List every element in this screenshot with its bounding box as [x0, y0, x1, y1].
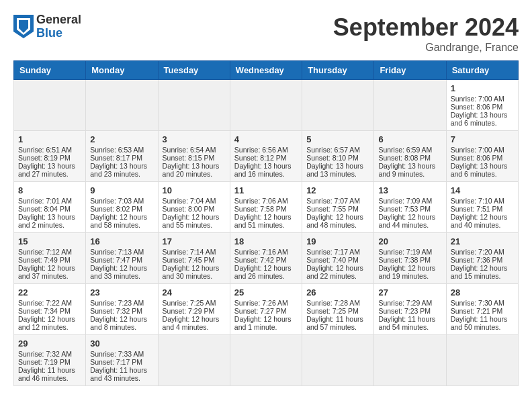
day-number: 25 [234, 287, 298, 298]
daylight-text: Daylight: 13 hours and 6 minutes. [451, 162, 508, 178]
calendar-cell: 29Sunrise: 7:32 AMSunset: 7:19 PMDayligh… [14, 335, 86, 386]
sunset-text: Sunset: 8:02 PM [90, 205, 142, 213]
title-section: September 2024 Gandrange, France [333, 13, 519, 54]
day-number: 28 [451, 287, 514, 298]
sunset-text: Sunset: 7:51 PM [451, 205, 503, 213]
calendar-cell [86, 80, 158, 131]
calendar-cell [158, 335, 230, 386]
calendar-cell [446, 335, 518, 386]
month-title: September 2024 [333, 13, 519, 42]
calendar-cell: 17Sunrise: 7:14 AMSunset: 7:45 PMDayligh… [158, 233, 230, 284]
sunrise-text: Sunrise: 7:10 AM [451, 197, 504, 205]
calendar-cell: 1Sunrise: 7:00 AMSunset: 8:06 PMDaylight… [446, 80, 518, 131]
daylight-text: Daylight: 11 hours and 43 minutes. [90, 366, 147, 382]
calendar-week-1: 1Sunrise: 7:00 AMSunset: 8:06 PMDaylight… [14, 80, 519, 131]
daylight-text: Daylight: 12 hours and 58 minutes. [90, 213, 147, 229]
day-number: 26 [306, 287, 369, 298]
calendar-cell: 30Sunrise: 7:33 AMSunset: 7:17 PMDayligh… [86, 335, 158, 386]
calendar-cell: 22Sunrise: 7:22 AMSunset: 7:34 PMDayligh… [14, 284, 86, 335]
day-number: 3 [163, 134, 226, 144]
sunrise-text: Sunrise: 7:13 AM [90, 248, 144, 256]
daylight-text: Daylight: 13 hours and 16 minutes. [234, 162, 292, 178]
sunset-text: Sunset: 7:21 PM [451, 307, 503, 315]
sunset-text: Sunset: 8:15 PM [163, 154, 215, 162]
sunrise-text: Sunrise: 6:54 AM [163, 146, 216, 154]
sunrise-text: Sunrise: 7:14 AM [163, 248, 216, 256]
sunrise-text: Sunrise: 7:28 AM [306, 299, 360, 307]
sunrise-text: Sunrise: 7:23 AM [90, 299, 144, 307]
sunrise-text: Sunrise: 7:03 AM [90, 197, 144, 205]
day-number: 16 [90, 236, 153, 246]
day-number: 19 [306, 236, 369, 246]
column-header-wednesday: Wednesday [230, 61, 302, 80]
page-header: General Blue September 2024 Gandrange, F… [13, 13, 519, 54]
calendar-cell [158, 80, 230, 131]
daylight-text: Daylight: 12 hours and 55 minutes. [163, 213, 220, 229]
sunset-text: Sunset: 7:42 PM [234, 256, 287, 264]
daylight-text: Daylight: 12 hours and 12 minutes. [18, 315, 75, 331]
calendar-cell: 26Sunrise: 7:28 AMSunset: 7:25 PMDayligh… [302, 284, 374, 335]
daylight-text: Daylight: 12 hours and 22 minutes. [306, 264, 363, 280]
sunset-text: Sunset: 7:45 PM [163, 256, 215, 264]
sunset-text: Sunset: 7:23 PM [378, 307, 431, 315]
sunrise-text: Sunrise: 7:01 AM [18, 197, 72, 205]
sunrise-text: Sunrise: 7:25 AM [163, 299, 216, 307]
calendar-cell: 27Sunrise: 7:29 AMSunset: 7:23 PMDayligh… [374, 284, 446, 335]
calendar-cell: 18Sunrise: 7:16 AMSunset: 7:42 PMDayligh… [230, 233, 302, 284]
sunset-text: Sunset: 7:47 PM [90, 256, 142, 264]
logo: General Blue [13, 13, 81, 40]
column-header-saturday: Saturday [446, 61, 518, 80]
calendar-cell [230, 80, 302, 131]
day-number: 5 [306, 134, 369, 144]
daylight-text: Daylight: 12 hours and 51 minutes. [234, 213, 292, 229]
calendar-cell: 4Sunrise: 6:56 AMSunset: 8:12 PMDaylight… [230, 131, 302, 182]
day-number: 30 [90, 338, 153, 349]
day-number: 21 [451, 236, 514, 246]
sunset-text: Sunset: 8:17 PM [90, 154, 142, 162]
day-number: 27 [378, 287, 441, 298]
sunrise-text: Sunrise: 6:59 AM [378, 146, 432, 154]
sunrise-text: Sunrise: 7:04 AM [163, 197, 216, 205]
day-number: 6 [378, 134, 441, 144]
sunset-text: Sunset: 7:25 PM [306, 307, 359, 315]
day-number: 11 [234, 185, 298, 195]
calendar-cell: 5Sunrise: 6:57 AMSunset: 8:10 PMDaylight… [302, 131, 374, 182]
day-number: 1 [451, 83, 514, 93]
sunset-text: Sunset: 7:38 PM [378, 256, 431, 264]
column-header-friday: Friday [374, 61, 446, 80]
sunrise-text: Sunrise: 7:00 AM [451, 95, 504, 103]
sunset-text: Sunset: 7:36 PM [451, 256, 503, 264]
sunrise-text: Sunrise: 7:16 AM [234, 248, 288, 256]
calendar-week-3: 8Sunrise: 7:01 AMSunset: 8:04 PMDaylight… [14, 182, 519, 233]
sunset-text: Sunset: 8:00 PM [163, 205, 215, 213]
calendar-cell: 15Sunrise: 7:12 AMSunset: 7:49 PMDayligh… [14, 233, 86, 284]
daylight-text: Daylight: 12 hours and 15 minutes. [451, 264, 508, 280]
day-number: 14 [451, 185, 514, 195]
day-number: 15 [18, 236, 81, 246]
calendar-cell: 8Sunrise: 7:01 AMSunset: 8:04 PMDaylight… [14, 182, 86, 233]
calendar-cell: 11Sunrise: 7:06 AMSunset: 7:58 PMDayligh… [230, 182, 302, 233]
calendar-header-row: SundayMondayTuesdayWednesdayThursdayFrid… [14, 61, 519, 80]
calendar-week-5: 22Sunrise: 7:22 AMSunset: 7:34 PMDayligh… [14, 284, 519, 335]
day-number: 12 [306, 185, 369, 195]
day-number: 23 [90, 287, 153, 298]
daylight-text: Daylight: 12 hours and 8 minutes. [90, 315, 147, 331]
daylight-text: Daylight: 11 hours and 57 minutes. [306, 315, 363, 331]
sunrise-text: Sunrise: 7:06 AM [234, 197, 288, 205]
calendar-cell [374, 80, 446, 131]
calendar-cell [230, 335, 302, 386]
sunset-text: Sunset: 7:55 PM [306, 205, 359, 213]
calendar-cell: 9Sunrise: 7:03 AMSunset: 8:02 PMDaylight… [86, 182, 158, 233]
day-number: 18 [234, 236, 298, 246]
daylight-text: Daylight: 13 hours and 13 minutes. [306, 162, 363, 178]
sunrise-text: Sunrise: 7:20 AM [451, 248, 504, 256]
daylight-text: Daylight: 12 hours and 37 minutes. [18, 264, 75, 280]
daylight-text: Daylight: 13 hours and 23 minutes. [90, 162, 147, 178]
calendar-cell: 20Sunrise: 7:19 AMSunset: 7:38 PMDayligh… [374, 233, 446, 284]
sunset-text: Sunset: 8:04 PM [18, 205, 71, 213]
calendar-cell: 21Sunrise: 7:20 AMSunset: 7:36 PMDayligh… [446, 233, 518, 284]
sunset-text: Sunset: 7:49 PM [18, 256, 71, 264]
sunset-text: Sunset: 7:53 PM [378, 205, 431, 213]
calendar-cell [302, 80, 374, 131]
day-number: 10 [163, 185, 226, 195]
